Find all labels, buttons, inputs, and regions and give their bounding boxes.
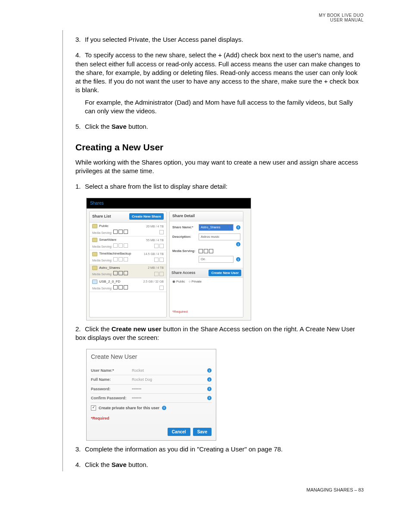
private-share-checkbox-row: ✓ Create private share for this user i [91, 403, 212, 413]
step-4b: 4.Click the Save button. [75, 460, 364, 469]
step-3: 3.If you selected Private, the User Acce… [75, 35, 364, 44]
private-radio[interactable]: ○ Private [189, 280, 202, 283]
panel-tabbar: Shares [87, 198, 251, 208]
fullname-row: Full Name: Rocket Dog i [91, 375, 212, 384]
share-name-input[interactable]: Astro_Shares [199, 224, 234, 231]
content-area: 3.If you selected Private, the User Acce… [75, 35, 364, 493]
private-share-label: Create private share for this user [99, 405, 159, 411]
shares-panel: Shares Share List Create New Share Publi… [86, 198, 251, 320]
folder-icon [92, 224, 97, 228]
vertical-divider [62, 30, 63, 471]
step-4: 4.To specify access to the new share, se… [75, 51, 364, 115]
share-row-usb[interactable]: USB_2_0_FD2.5 GB / 32 GB Media Serving: [90, 278, 166, 292]
info-icon[interactable]: i [207, 396, 212, 400]
step-text: If you selected Private, the User Access… [85, 36, 243, 43]
step-5: 5.Click the Save button. [75, 122, 364, 131]
save-button[interactable]: Save [193, 428, 212, 436]
step-number: 4. [75, 460, 85, 469]
dialog-title: Create New User [87, 349, 216, 364]
step-3b: 3.Complete the information as you did in… [75, 445, 364, 454]
create-new-user-dialog: Create New User User Name:* Rocket i Ful… [86, 349, 216, 441]
step-text: Complete the information as you did in "… [85, 445, 283, 453]
page-header: MY BOOK LIVE DUO USER MANUAL [75, 13, 364, 22]
share-detail-title: Share Detail [172, 213, 195, 218]
tab-shares[interactable]: Shares [90, 201, 104, 205]
info-icon[interactable]: i [207, 387, 212, 391]
confirm-password-row: Confirm Password: ••••••• i [91, 394, 212, 403]
private-share-checkbox[interactable]: ✓ [91, 405, 96, 411]
page-footer: MANAGING SHARES – 83 [75, 487, 364, 493]
fullname-input[interactable]: Rocket Dog [132, 377, 206, 382]
folder-icon [92, 252, 97, 256]
username-input[interactable]: Rocket [132, 368, 206, 373]
info-icon[interactable]: i [236, 257, 240, 261]
step-text: Click the Save button. [85, 123, 148, 130]
create-new-user-button[interactable]: Create New User [209, 270, 241, 276]
required-note: *Required [170, 307, 190, 317]
description-field: Description: Astros music [172, 233, 240, 240]
step-2b: 2.Click the Create new user button in th… [75, 325, 364, 342]
cancel-button[interactable]: Cancel [168, 428, 190, 436]
step-number: 3. [75, 35, 85, 44]
confirm-password-input[interactable]: ••••••• [132, 395, 206, 401]
create-new-share-button[interactable]: Create New Share [129, 213, 164, 220]
share-row-public[interactable]: Public20 MB / 4 TB Media Serving: [90, 223, 166, 236]
step-text: Click the Save button. [85, 461, 148, 468]
step-example: For example, the Administrator (Dad) and… [85, 98, 364, 116]
section-heading: Creating a New User [75, 141, 364, 153]
usb-icon [92, 280, 97, 284]
step-number: 3. [75, 445, 85, 454]
username-row: User Name:* Rocket i [91, 366, 212, 375]
info-icon[interactable]: i [236, 225, 240, 230]
share-row-smartware[interactable]: SmartWare55 MB / 4 TB Media Serving: [90, 236, 166, 250]
info-icon[interactable]: i [162, 406, 166, 410]
manual-label: USER MANUAL [75, 18, 364, 22]
manual-page: MY BOOK LIVE DUO USER MANUAL 3.If you se… [0, 0, 411, 506]
step-number: 2. [75, 325, 85, 333]
product-name: MY BOOK LIVE DUO [75, 13, 364, 18]
password-row: Password: ••••••• i [91, 385, 212, 394]
folder-icon [92, 238, 97, 242]
required-note: *Required [91, 413, 212, 424]
access-radio-row: ◉ Public ○ Private [170, 278, 243, 286]
section-intro: While working with the Shares option, yo… [75, 158, 364, 176]
step-number: 5. [75, 122, 85, 131]
share-row-timemachine[interactable]: TimeMachineBackup14.5 GB / 4 TB Media Se… [90, 250, 166, 264]
public-radio[interactable]: ◉ Public [172, 280, 185, 283]
step-text: Select a share from the list to display … [85, 183, 227, 190]
share-detail-column: Share Detail Share Name:* Astro_Shares i… [169, 211, 243, 317]
share-list-title: Share List [92, 214, 111, 219]
info-icon[interactable]: i [207, 368, 212, 373]
share-access-header: Share Access Create New User [170, 268, 243, 278]
share-name-field: Share Name:* Astro_Shares i [172, 224, 240, 231]
password-input[interactable]: ••••••• [132, 386, 206, 392]
info-icon[interactable]: i [236, 242, 240, 246]
dialog-footer: Cancel Save [87, 425, 216, 440]
media-serving-toggle[interactable]: On [199, 256, 234, 263]
share-detail-header: Share Detail [170, 212, 243, 221]
step-number: 4. [75, 51, 85, 59]
media-serving-field: Media Serving: [172, 249, 240, 253]
step-number: 1. [75, 182, 85, 191]
folder-icon [92, 266, 97, 270]
share-list-column: Share List Create New Share Public20 MB … [89, 211, 167, 317]
step-1b: 1.Select a share from the list to displa… [75, 182, 364, 191]
share-list-header: Share List Create New Share [90, 212, 166, 223]
description-input[interactable]: Astros music [199, 233, 240, 240]
share-row-astro[interactable]: Astro_Shares2 MB / 4 TB Media Serving: [90, 264, 166, 278]
step-text: Click the Create new user button in the … [75, 325, 355, 341]
step-text: To specify access to the new share, sele… [75, 51, 360, 93]
info-icon[interactable]: i [207, 377, 212, 382]
